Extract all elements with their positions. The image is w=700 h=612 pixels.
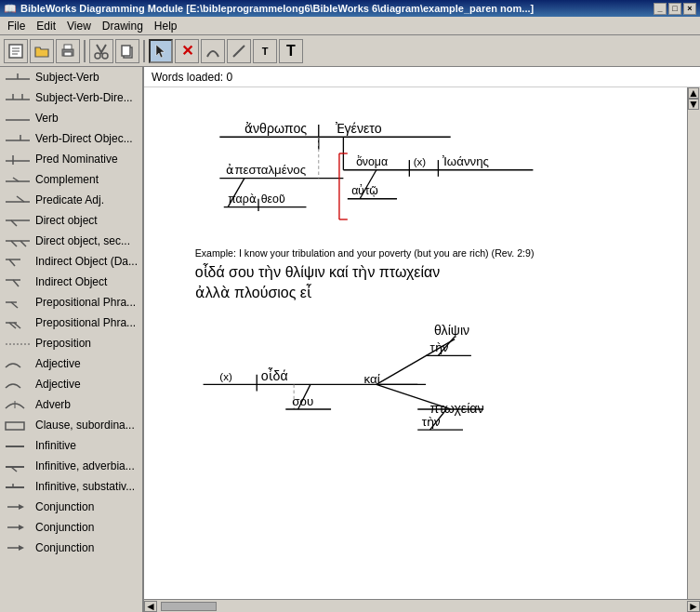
sidebar-item-adjective-1[interactable]: Adjective <box>0 353 142 374</box>
scroll-down-button[interactable]: ▼ <box>688 99 699 110</box>
sidebar-item-conjunction-1[interactable]: Conjunction <box>0 497 142 517</box>
app-icon: 📖 <box>4 3 17 15</box>
menu-bar: File Edit View Drawing Help <box>0 17 700 35</box>
sidebar-item-verb-direct[interactable]: Verb-Direct Objec... <box>0 128 142 149</box>
svg-text:Ἐγένετο: Ἐγένετο <box>336 121 382 136</box>
svg-rect-42 <box>6 422 24 430</box>
sidebar-item-subject-verb-direct[interactable]: Subject-Verb-Dire... <box>0 87 142 108</box>
open-button[interactable] <box>30 39 54 63</box>
sidebar-label: Clause, subordina... <box>35 419 135 432</box>
conjunction-2-icon <box>4 519 32 536</box>
svg-line-32 <box>9 259 15 266</box>
svg-text:αὐτῷ: αὐτῷ <box>351 184 378 197</box>
menu-file[interactable]: File <box>2 18 31 34</box>
svg-line-27 <box>11 220 17 226</box>
sidebar-item-complement[interactable]: Complement <box>0 169 142 190</box>
svg-rect-6 <box>64 52 72 56</box>
status-bar: Words loaded: 0 <box>144 67 700 87</box>
delete-button[interactable]: ✕ <box>175 39 199 63</box>
diagram-canvas[interactable]: ἄνθρωπος Ἐγένετο ἀπεσταλμένος παρὰ θεοῦ <box>144 87 687 599</box>
horizontal-scrollbar[interactable]: ◄ ► <box>144 599 700 612</box>
sidebar-label: Conjunction <box>35 500 94 513</box>
sidebar-item-clause-sub[interactable]: Clause, subordina... <box>0 415 142 435</box>
text-large-tool[interactable]: T <box>279 39 303 63</box>
svg-text:ἀλλὰ  πλούσιος  εἶ: ἀλλὰ πλούσιος εἶ <box>195 284 311 300</box>
vertical-scrollbar[interactable]: ▲ ▼ <box>687 87 700 599</box>
direct-obj-sec-icon <box>4 233 32 249</box>
sidebar-label: Direct object, sec... <box>35 234 130 247</box>
svg-text:ὄνομα: ὄνομα <box>356 155 388 168</box>
print-button[interactable] <box>56 39 80 63</box>
svg-point-7 <box>95 53 100 59</box>
sidebar-label: Predicate Adj. <box>35 193 104 206</box>
copy-button[interactable] <box>115 39 139 63</box>
indirect-obj-icon <box>4 273 32 290</box>
sidebar-item-pred-nom[interactable]: Pred Nominative <box>0 149 142 169</box>
sidebar-item-subject-verb[interactable]: Subject-Verb <box>0 67 142 87</box>
sidebar-label: Verb <box>35 112 59 125</box>
sidebar-label: Infinitive, adverbia... <box>35 459 135 472</box>
sidebar-item-indirect-obj-da[interactable]: Indirect Object (Da... <box>0 251 142 272</box>
svg-marker-51 <box>19 525 24 530</box>
scroll-left-button[interactable]: ◄ <box>144 601 157 612</box>
sidebar-item-prep-phrase-1[interactable]: Prepositional Phra... <box>0 292 142 313</box>
toolbar-divider-2 <box>143 40 145 62</box>
sidebar-item-infinitive[interactable]: Infinitive <box>0 435 142 456</box>
sidebar-item-prep-phrase-2[interactable]: Prepositional Phra... <box>0 313 142 333</box>
svg-text:τὴν: τὴν <box>422 415 441 429</box>
sidebar-item-direct-obj[interactable]: Direct object <box>0 210 142 231</box>
line-tool[interactable] <box>227 39 251 63</box>
sidebar-label: Indirect Object <box>35 275 107 288</box>
minimize-button[interactable]: _ <box>654 3 667 15</box>
toolbar: ✕ T T <box>0 35 700 67</box>
sidebar-label: Complement <box>35 173 99 186</box>
sidebar-label: Infinitive <box>35 439 76 452</box>
svg-text:(x): (x) <box>219 371 232 382</box>
sidebar-item-conjunction-3[interactable]: Conjunction <box>0 538 142 558</box>
preposition-icon <box>4 335 32 352</box>
sidebar-item-adverb[interactable]: Adverb <box>0 394 142 415</box>
svg-point-8 <box>102 53 108 59</box>
sidebar-item-direct-obj-sec[interactable]: Direct object, sec... <box>0 231 142 251</box>
sidebar-label: Subject-Verb <box>35 71 99 84</box>
sidebar-item-infinitive-sub[interactable]: Infinitive, substativ... <box>0 476 142 497</box>
cut-button[interactable] <box>89 39 113 63</box>
svg-text:ἄνθρωπος: ἄνθρωπος <box>244 121 307 136</box>
conjunction-3-icon <box>4 539 32 556</box>
menu-view[interactable]: View <box>61 18 97 34</box>
sidebar-item-conjunction-2[interactable]: Conjunction <box>0 517 142 538</box>
svg-line-30 <box>20 241 26 246</box>
curve-tool[interactable] <box>201 39 225 63</box>
sidebar-item-indirect-obj[interactable]: Indirect Object <box>0 272 142 292</box>
sidebar-item-preposition[interactable]: Preposition <box>0 333 142 353</box>
svg-rect-5 <box>64 45 72 49</box>
sidebar-item-verb[interactable]: Verb <box>0 108 142 128</box>
verb-icon <box>4 110 32 126</box>
indirect-obj-da-icon <box>4 253 32 270</box>
sidebar-label: Subject-Verb-Dire... <box>35 91 133 104</box>
svg-text:θλίψιν: θλίψιν <box>434 323 469 338</box>
sidebar-label: Adverb <box>35 398 71 411</box>
sidebar-label: Adjective <box>35 378 81 391</box>
menu-edit[interactable]: Edit <box>31 18 61 34</box>
title-bar-buttons[interactable]: _ □ × <box>654 3 696 15</box>
sidebar-item-adjective-2[interactable]: Adjective <box>0 374 142 394</box>
new-button[interactable] <box>4 39 28 63</box>
sidebar-item-infinitive-adv[interactable]: Infinitive, adverbia... <box>0 456 142 476</box>
svg-text:θεοῦ: θεοῦ <box>261 193 285 206</box>
svg-text:οἶδά: οἶδά <box>261 367 288 383</box>
sidebar-item-pred-adj[interactable]: Predicate Adj. <box>0 190 142 210</box>
svg-line-36 <box>11 302 18 308</box>
maximize-button[interactable]: □ <box>668 3 681 15</box>
sidebar-label: Indirect Object (Da... <box>35 255 138 268</box>
close-button[interactable]: × <box>683 3 696 15</box>
menu-drawing[interactable]: Drawing <box>97 18 149 34</box>
words-loaded-text: Words loaded: 0 <box>152 71 232 84</box>
cursor-button[interactable] <box>149 39 173 63</box>
scroll-thumb[interactable] <box>161 602 217 611</box>
svg-text:Ἰωάννης: Ἰωάννης <box>442 154 489 168</box>
menu-help[interactable]: Help <box>149 18 183 34</box>
scroll-right-button[interactable]: ► <box>687 601 700 612</box>
svg-rect-10 <box>122 46 130 56</box>
text-small-tool[interactable]: T <box>253 39 277 63</box>
